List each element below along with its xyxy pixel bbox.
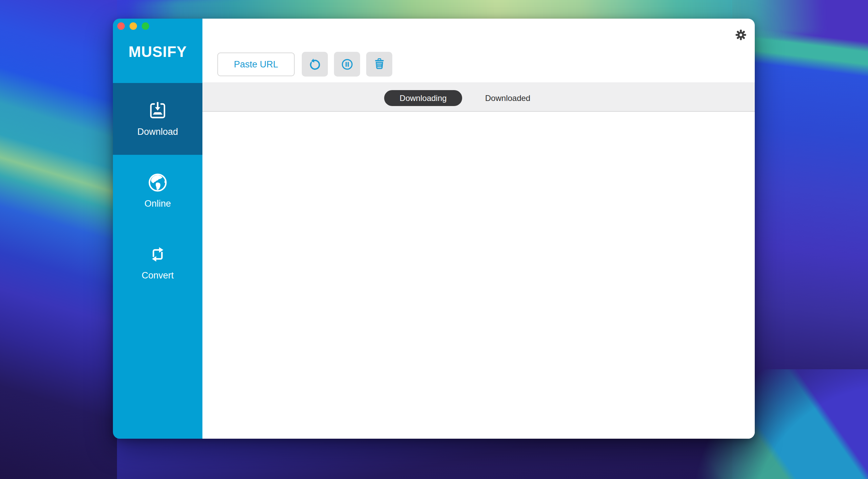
app-window: MUSIFY Download [113,19,755,439]
titlebar: MUSIFY [113,19,202,83]
sidebar-item-label: Online [144,199,171,209]
sidebar-item-label: Convert [142,270,174,281]
tab-downloading[interactable]: Downloading [384,90,462,106]
delete-download-button[interactable] [366,52,392,77]
sidebar-item-label: Download [137,127,178,137]
pause-circle-icon [340,57,354,71]
tab-bar: Downloading Downloaded [202,82,755,112]
paste-url-button[interactable]: Paste URL [217,53,295,76]
sidebar-item-download[interactable]: Download [113,83,202,155]
restart-download-button[interactable] [302,52,328,77]
minimize-icon[interactable] [130,22,137,30]
sidebar: MUSIFY Download [113,19,202,439]
download-list-empty [202,112,755,439]
sidebar-item-online[interactable]: Online [113,155,202,227]
sidebar-nav: Download Online [113,83,202,298]
main-panel: Paste URL [202,19,755,439]
trash-icon [372,57,387,71]
toolbar: Paste URL [202,19,755,82]
close-icon[interactable] [117,22,125,30]
globe-icon [147,172,168,193]
traffic-lights [117,22,149,30]
convert-repeat-icon [147,244,168,265]
zoom-icon[interactable] [142,22,149,30]
download-icon [147,101,168,121]
rotate-ccw-icon [308,57,322,71]
pause-download-button[interactable] [334,52,360,77]
settings-button[interactable] [734,28,748,42]
wallpaper-left-bands [0,0,117,479]
sidebar-item-convert[interactable]: Convert [113,227,202,298]
tab-downloaded[interactable]: Downloaded [483,90,532,106]
app-logo: MUSIFY [113,43,202,60]
gear-icon [735,29,747,41]
